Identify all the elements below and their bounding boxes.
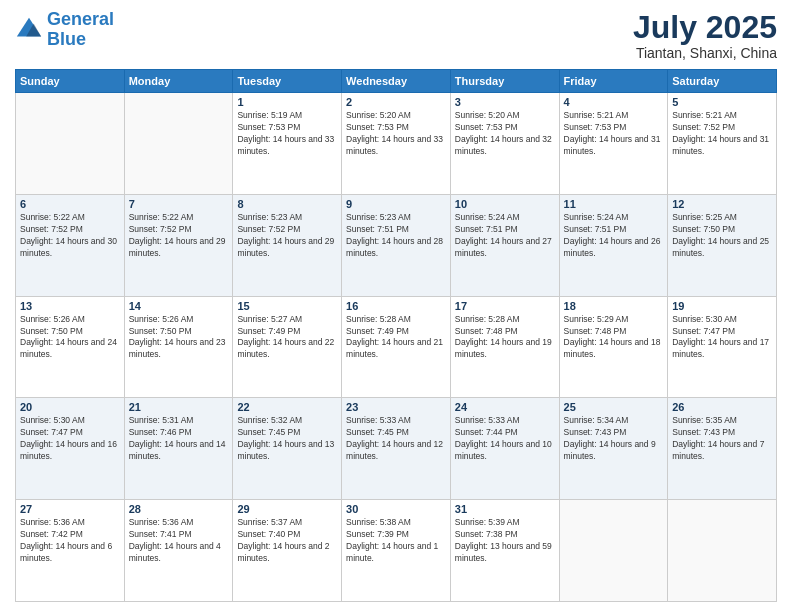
calendar-cell: 16Sunrise: 5:28 AMSunset: 7:49 PMDayligh… (342, 296, 451, 398)
day-info: Sunrise: 5:22 AMSunset: 7:52 PMDaylight:… (129, 212, 229, 260)
day-number: 7 (129, 198, 229, 210)
title-block: July 2025 Tiantan, Shanxi, China (633, 10, 777, 61)
calendar-cell: 27Sunrise: 5:36 AMSunset: 7:42 PMDayligh… (16, 500, 125, 602)
header: General Blue July 2025 Tiantan, Shanxi, … (15, 10, 777, 61)
day-info: Sunrise: 5:27 AMSunset: 7:49 PMDaylight:… (237, 314, 337, 362)
day-info: Sunrise: 5:20 AMSunset: 7:53 PMDaylight:… (455, 110, 555, 158)
column-header-thursday: Thursday (450, 70, 559, 93)
calendar-cell: 18Sunrise: 5:29 AMSunset: 7:48 PMDayligh… (559, 296, 668, 398)
day-number: 27 (20, 503, 120, 515)
day-number: 28 (129, 503, 229, 515)
calendar-cell: 13Sunrise: 5:26 AMSunset: 7:50 PMDayligh… (16, 296, 125, 398)
day-info: Sunrise: 5:26 AMSunset: 7:50 PMDaylight:… (129, 314, 229, 362)
column-header-friday: Friday (559, 70, 668, 93)
day-info: Sunrise: 5:36 AMSunset: 7:41 PMDaylight:… (129, 517, 229, 565)
day-info: Sunrise: 5:24 AMSunset: 7:51 PMDaylight:… (455, 212, 555, 260)
day-number: 25 (564, 401, 664, 413)
day-info: Sunrise: 5:28 AMSunset: 7:49 PMDaylight:… (346, 314, 446, 362)
day-number: 10 (455, 198, 555, 210)
day-info: Sunrise: 5:20 AMSunset: 7:53 PMDaylight:… (346, 110, 446, 158)
column-header-tuesday: Tuesday (233, 70, 342, 93)
week-row-4: 20Sunrise: 5:30 AMSunset: 7:47 PMDayligh… (16, 398, 777, 500)
calendar-cell (124, 93, 233, 195)
day-number: 22 (237, 401, 337, 413)
day-number: 5 (672, 96, 772, 108)
calendar-cell: 11Sunrise: 5:24 AMSunset: 7:51 PMDayligh… (559, 194, 668, 296)
day-info: Sunrise: 5:28 AMSunset: 7:48 PMDaylight:… (455, 314, 555, 362)
day-number: 20 (20, 401, 120, 413)
page: General Blue July 2025 Tiantan, Shanxi, … (0, 0, 792, 612)
day-info: Sunrise: 5:22 AMSunset: 7:52 PMDaylight:… (20, 212, 120, 260)
day-number: 21 (129, 401, 229, 413)
calendar-cell: 7Sunrise: 5:22 AMSunset: 7:52 PMDaylight… (124, 194, 233, 296)
calendar-cell: 1Sunrise: 5:19 AMSunset: 7:53 PMDaylight… (233, 93, 342, 195)
column-header-sunday: Sunday (16, 70, 125, 93)
day-info: Sunrise: 5:35 AMSunset: 7:43 PMDaylight:… (672, 415, 772, 463)
calendar-cell: 8Sunrise: 5:23 AMSunset: 7:52 PMDaylight… (233, 194, 342, 296)
day-info: Sunrise: 5:31 AMSunset: 7:46 PMDaylight:… (129, 415, 229, 463)
calendar-cell (559, 500, 668, 602)
day-number: 2 (346, 96, 446, 108)
day-number: 31 (455, 503, 555, 515)
day-number: 1 (237, 96, 337, 108)
logo: General Blue (15, 10, 114, 50)
day-info: Sunrise: 5:39 AMSunset: 7:38 PMDaylight:… (455, 517, 555, 565)
day-number: 14 (129, 300, 229, 312)
column-header-saturday: Saturday (668, 70, 777, 93)
day-info: Sunrise: 5:34 AMSunset: 7:43 PMDaylight:… (564, 415, 664, 463)
calendar-cell: 3Sunrise: 5:20 AMSunset: 7:53 PMDaylight… (450, 93, 559, 195)
calendar-cell: 15Sunrise: 5:27 AMSunset: 7:49 PMDayligh… (233, 296, 342, 398)
day-number: 30 (346, 503, 446, 515)
calendar-cell: 12Sunrise: 5:25 AMSunset: 7:50 PMDayligh… (668, 194, 777, 296)
column-header-monday: Monday (124, 70, 233, 93)
day-number: 26 (672, 401, 772, 413)
day-info: Sunrise: 5:19 AMSunset: 7:53 PMDaylight:… (237, 110, 337, 158)
day-number: 19 (672, 300, 772, 312)
calendar-cell: 30Sunrise: 5:38 AMSunset: 7:39 PMDayligh… (342, 500, 451, 602)
calendar-cell: 10Sunrise: 5:24 AMSunset: 7:51 PMDayligh… (450, 194, 559, 296)
calendar-cell: 29Sunrise: 5:37 AMSunset: 7:40 PMDayligh… (233, 500, 342, 602)
week-row-1: 1Sunrise: 5:19 AMSunset: 7:53 PMDaylight… (16, 93, 777, 195)
column-header-wednesday: Wednesday (342, 70, 451, 93)
day-info: Sunrise: 5:24 AMSunset: 7:51 PMDaylight:… (564, 212, 664, 260)
day-info: Sunrise: 5:21 AMSunset: 7:52 PMDaylight:… (672, 110, 772, 158)
calendar-cell: 22Sunrise: 5:32 AMSunset: 7:45 PMDayligh… (233, 398, 342, 500)
day-info: Sunrise: 5:23 AMSunset: 7:51 PMDaylight:… (346, 212, 446, 260)
calendar-cell: 23Sunrise: 5:33 AMSunset: 7:45 PMDayligh… (342, 398, 451, 500)
week-row-3: 13Sunrise: 5:26 AMSunset: 7:50 PMDayligh… (16, 296, 777, 398)
calendar-cell: 9Sunrise: 5:23 AMSunset: 7:51 PMDaylight… (342, 194, 451, 296)
day-info: Sunrise: 5:26 AMSunset: 7:50 PMDaylight:… (20, 314, 120, 362)
day-info: Sunrise: 5:33 AMSunset: 7:44 PMDaylight:… (455, 415, 555, 463)
day-number: 3 (455, 96, 555, 108)
day-info: Sunrise: 5:30 AMSunset: 7:47 PMDaylight:… (672, 314, 772, 362)
calendar-cell: 24Sunrise: 5:33 AMSunset: 7:44 PMDayligh… (450, 398, 559, 500)
calendar-cell: 31Sunrise: 5:39 AMSunset: 7:38 PMDayligh… (450, 500, 559, 602)
day-info: Sunrise: 5:25 AMSunset: 7:50 PMDaylight:… (672, 212, 772, 260)
logo-icon (15, 16, 43, 44)
day-number: 8 (237, 198, 337, 210)
day-number: 15 (237, 300, 337, 312)
day-info: Sunrise: 5:21 AMSunset: 7:53 PMDaylight:… (564, 110, 664, 158)
calendar-cell: 25Sunrise: 5:34 AMSunset: 7:43 PMDayligh… (559, 398, 668, 500)
day-number: 9 (346, 198, 446, 210)
day-number: 29 (237, 503, 337, 515)
calendar-cell: 19Sunrise: 5:30 AMSunset: 7:47 PMDayligh… (668, 296, 777, 398)
calendar-cell: 14Sunrise: 5:26 AMSunset: 7:50 PMDayligh… (124, 296, 233, 398)
day-number: 6 (20, 198, 120, 210)
day-number: 16 (346, 300, 446, 312)
calendar-header-row: SundayMondayTuesdayWednesdayThursdayFrid… (16, 70, 777, 93)
day-info: Sunrise: 5:29 AMSunset: 7:48 PMDaylight:… (564, 314, 664, 362)
calendar-cell: 20Sunrise: 5:30 AMSunset: 7:47 PMDayligh… (16, 398, 125, 500)
day-number: 24 (455, 401, 555, 413)
day-info: Sunrise: 5:33 AMSunset: 7:45 PMDaylight:… (346, 415, 446, 463)
day-info: Sunrise: 5:37 AMSunset: 7:40 PMDaylight:… (237, 517, 337, 565)
day-number: 17 (455, 300, 555, 312)
day-number: 18 (564, 300, 664, 312)
day-number: 12 (672, 198, 772, 210)
day-number: 4 (564, 96, 664, 108)
calendar-cell (16, 93, 125, 195)
day-number: 23 (346, 401, 446, 413)
day-info: Sunrise: 5:36 AMSunset: 7:42 PMDaylight:… (20, 517, 120, 565)
week-row-5: 27Sunrise: 5:36 AMSunset: 7:42 PMDayligh… (16, 500, 777, 602)
calendar-cell: 5Sunrise: 5:21 AMSunset: 7:52 PMDaylight… (668, 93, 777, 195)
